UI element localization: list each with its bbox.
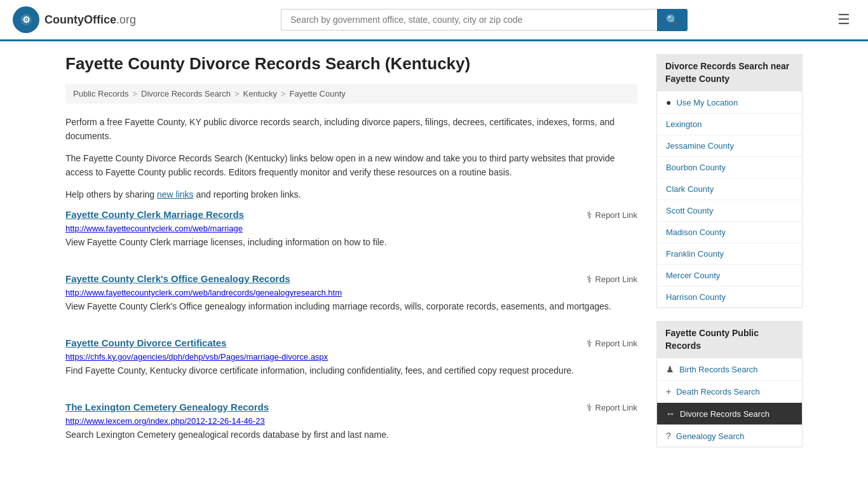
pub-records-item-2[interactable]: ↔ Divorce Records Search — [657, 403, 802, 425]
report-icon-3: ⚕ — [587, 402, 592, 414]
result-desc-0: View Fayette County Clerk marriage licen… — [65, 236, 637, 249]
sidebar-public-records-list: ♟ Birth Records Search + Death Records S… — [656, 358, 803, 447]
menu-button[interactable]: ☰ — [832, 9, 855, 30]
report-icon-1: ⚕ — [587, 273, 592, 285]
breadcrumb-sep-2: > — [234, 89, 240, 98]
result-url-0[interactable]: http://www.fayettecountyclerk.com/web/ma… — [65, 224, 637, 233]
result-url-3[interactable]: http://www.lexcem.org/index.php/2012-12-… — [65, 416, 637, 426]
breadcrumb-kentucky[interactable]: Kentucky — [243, 89, 277, 98]
sidebar-nearby-list: ● Use My Location LexingtonJessamine Cou… — [656, 92, 803, 308]
report-icon-2: ⚕ — [587, 337, 592, 349]
breadcrumb-fayette: Fayette County — [290, 89, 346, 98]
search-button[interactable]: 🔍 — [657, 9, 688, 31]
result-title-1[interactable]: Fayette County Clerk's Office Genealogy … — [65, 273, 290, 284]
logo-text: CountyOffice.org — [44, 13, 136, 27]
pub-icon-0: ♟ — [666, 364, 674, 374]
sidebar-public-records-header: Fayette County Public Records — [656, 321, 803, 358]
result-item: The Lexington Cemetery Genealogy Records… — [65, 402, 637, 448]
result-item: Fayette County Divorce Certificates ⚕ Re… — [65, 337, 637, 384]
county-link-8[interactable]: Harrison County — [666, 292, 726, 302]
svg-text:⚙: ⚙ — [22, 15, 31, 25]
county-link-6[interactable]: Franklin County — [666, 249, 724, 259]
sidebar: Divorce Records Search near Fayette Coun… — [656, 54, 803, 466]
page-title: Fayette County Divorce Records Search (K… — [65, 54, 637, 74]
sidebar-public-records-section: Fayette County Public Records ♟ Birth Re… — [656, 321, 803, 447]
report-link-2[interactable]: ⚕ Report Link — [587, 337, 637, 349]
result-desc-1: View Fayette County Clerk's Office genea… — [65, 300, 637, 313]
sidebar-county-0[interactable]: Lexington — [657, 114, 802, 135]
report-icon-0: ⚕ — [587, 209, 592, 221]
main-content: Fayette County Divorce Records Search (K… — [65, 54, 637, 466]
logo-area: ⚙ CountyOffice.org — [13, 6, 136, 33]
result-title-2[interactable]: Fayette County Divorce Certificates — [65, 337, 226, 348]
county-link-0[interactable]: Lexington — [666, 119, 702, 129]
description-para2: The Fayette County Divorce Records Searc… — [65, 151, 637, 180]
result-item: Fayette County Clerk's Office Genealogy … — [65, 273, 637, 320]
logo-icon: ⚙ — [13, 6, 39, 33]
pub-records-link-2[interactable]: Divorce Records Search — [680, 409, 770, 419]
sidebar-county-8[interactable]: Harrison County — [657, 287, 802, 308]
search-area: 🔍 — [281, 9, 688, 31]
pub-records-link-1[interactable]: Death Records Search — [676, 387, 760, 396]
sidebar-county-7[interactable]: Mercer County — [657, 265, 802, 287]
results-list: Fayette County Clerk Marriage Records ⚕ … — [65, 209, 637, 448]
report-link-0[interactable]: ⚕ Report Link — [587, 209, 637, 221]
sidebar-county-3[interactable]: Clark County — [657, 179, 802, 200]
sidebar-county-5[interactable]: Madison County — [657, 222, 802, 243]
county-link-4[interactable]: Scott County — [666, 206, 713, 215]
county-link-3[interactable]: Clark County — [666, 184, 714, 194]
hamburger-icon: ☰ — [837, 11, 850, 27]
breadcrumb-sep-1: > — [132, 89, 137, 98]
county-link-1[interactable]: Jessamine County — [666, 141, 734, 151]
use-location-link[interactable]: Use My Location — [676, 98, 738, 107]
result-url-1[interactable]: http://www.fayettecountyclerk.com/web/la… — [65, 288, 637, 297]
pub-records-item-0[interactable]: ♟ Birth Records Search — [657, 358, 802, 381]
sidebar-use-location[interactable]: ● Use My Location — [657, 92, 802, 114]
result-item: Fayette County Clerk Marriage Records ⚕ … — [65, 209, 637, 255]
breadcrumb-sep-3: > — [281, 89, 286, 98]
pub-records-item-1[interactable]: + Death Records Search — [657, 381, 802, 403]
pub-records-link-3[interactable]: Genealogy Search — [676, 431, 745, 441]
result-desc-3: Search Lexington Cemetery genealogical r… — [65, 428, 637, 442]
sidebar-county-4[interactable]: Scott County — [657, 200, 802, 222]
pub-icon-3: ? — [666, 431, 671, 441]
breadcrumb-public-records[interactable]: Public Records — [73, 89, 128, 98]
page-container: Fayette County Divorce Records Search (K… — [53, 41, 815, 478]
breadcrumb-divorce-records[interactable]: Divorce Records Search — [141, 89, 231, 98]
pub-records-link-0[interactable]: Birth Records Search — [679, 365, 758, 374]
county-link-5[interactable]: Madison County — [666, 227, 726, 237]
site-header: ⚙ CountyOffice.org 🔍 ☰ — [0, 0, 868, 41]
pub-records-item-3[interactable]: ? Genealogy Search — [657, 425, 802, 447]
report-link-3[interactable]: ⚕ Report Link — [587, 402, 637, 414]
breadcrumb: Public Records > Divorce Records Search … — [65, 84, 637, 104]
sidebar-nearby-section: Divorce Records Search near Fayette Coun… — [656, 54, 803, 308]
pub-icon-2: ↔ — [666, 409, 675, 419]
description-para1: Perform a free Fayette County, KY public… — [65, 115, 637, 144]
sidebar-county-1[interactable]: Jessamine County — [657, 135, 802, 157]
result-title-3[interactable]: The Lexington Cemetery Genealogy Records — [65, 402, 269, 412]
new-links-link[interactable]: new links — [157, 189, 194, 200]
search-input[interactable] — [281, 9, 657, 30]
search-icon: 🔍 — [666, 15, 679, 25]
location-icon: ● — [666, 97, 671, 107]
county-link-2[interactable]: Bourbon County — [666, 163, 726, 172]
sidebar-nearby-header: Divorce Records Search near Fayette Coun… — [656, 54, 803, 92]
county-link-7[interactable]: Mercer County — [666, 271, 720, 280]
sidebar-county-6[interactable]: Franklin County — [657, 243, 802, 265]
result-desc-2: Find Fayette County, Kentucky divorce ce… — [65, 364, 637, 377]
pub-icon-1: + — [666, 386, 671, 396]
sidebar-county-2[interactable]: Bourbon County — [657, 157, 802, 179]
result-title-0[interactable]: Fayette County Clerk Marriage Records — [65, 209, 244, 220]
description-para3: Help others by sharing new links and rep… — [65, 187, 637, 201]
report-link-1[interactable]: ⚕ Report Link — [587, 273, 637, 285]
result-url-2[interactable]: https://chfs.ky.gov/agencies/dph/dehp/vs… — [65, 352, 637, 362]
